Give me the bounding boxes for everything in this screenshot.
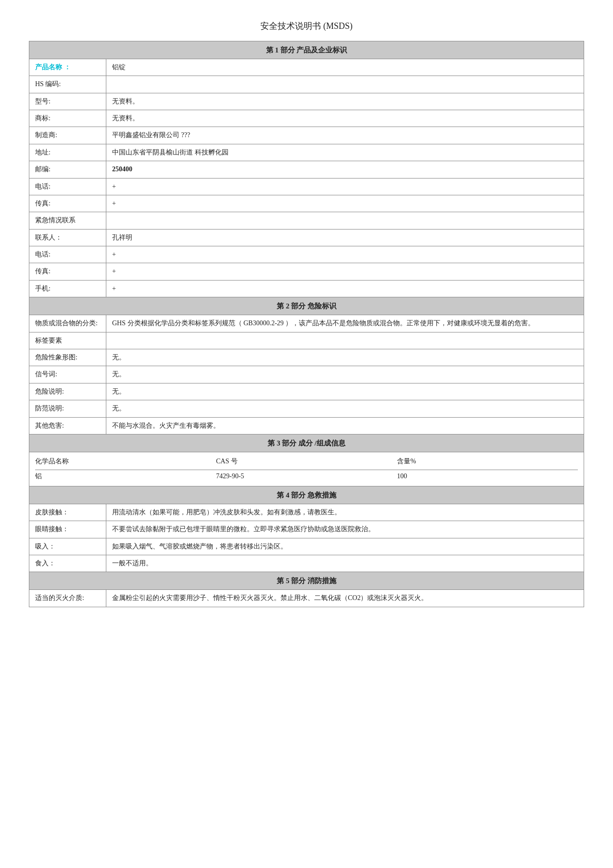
field-value: 无。 [106, 349, 584, 366]
table-row: 吸入： 如果吸入烟气、气溶胶或燃烧产物，将患者转移出污染区。 [29, 538, 584, 555]
components-sub-table: 化学品名称 CAS 号 含量% 铝 7429-90-5 100 [35, 455, 578, 483]
field-label: 电话: [29, 246, 106, 263]
field-value: 无。 [106, 366, 584, 383]
table-row: 物质或混合物的分类: GHS 分类根据化学品分类和标签系列规范（ GB30000… [29, 315, 584, 332]
table-row: 联系人： 孔祥明 [29, 229, 584, 246]
main-document-table: 第 1 部分 产品及企业标识 产品名称 ： 铝锭 HS 编码: 型号: 无资料。… [29, 41, 584, 607]
field-value: 无资料。 [106, 110, 584, 127]
table-row: 眼睛接触： 不要尝试去除黏附于或已包埋于眼睛里的微粒。立即寻求紧急医疗协助或急送… [29, 521, 584, 538]
field-label: 食入： [29, 555, 106, 572]
field-label: 吸入： [29, 538, 106, 555]
table-row: 邮编: 250400 [29, 161, 584, 178]
table-row: 适当的灭火介质: 金属粉尘引起的火灾需要用沙子、惰性干粉灭火器灭火。禁止用水、二… [29, 590, 584, 607]
table-row: 危险性象形图: 无。 [29, 349, 584, 366]
col-header-cas: CAS 号 [216, 455, 397, 470]
field-value: 无。 [106, 400, 584, 417]
section2-header-row: 第 2 部分 危险标识 [29, 297, 584, 315]
field-label: 适当的灭火介质: [29, 590, 106, 607]
field-value: + [106, 178, 584, 195]
field-label: 眼睛接触： [29, 521, 106, 538]
field-value: 金属粉尘引起的火灾需要用沙子、惰性干粉灭火器灭火。禁止用水、二氧化碳（CO2）或… [106, 590, 584, 607]
field-label: 电话: [29, 178, 106, 195]
field-label: 其他危害: [29, 417, 106, 434]
col-header-content: 含量% [397, 455, 578, 470]
field-value: 中国山东省平阴县榆山街道 科技孵化园 [106, 144, 584, 161]
table-row: 商标: 无资料。 [29, 110, 584, 127]
field-label: 传真: [29, 263, 106, 280]
table-row: 皮肤接触： 用流动清水（如果可能，用肥皂）冲洗皮肤和头发。如有刺激感，请教医生。 [29, 504, 584, 521]
field-label: 皮肤接触： [29, 504, 106, 521]
table-row: 传真: + [29, 263, 584, 280]
field-label: 邮编: [29, 161, 106, 178]
components-data-row: 铝 7429-90-5 100 [35, 470, 578, 483]
table-row: 手机: + [29, 280, 584, 297]
field-label: 防范说明: [29, 400, 106, 417]
section3-header: 第 3 部分 成分 /组成信息 [29, 434, 584, 452]
table-row: HS 编码: [29, 76, 584, 93]
field-value: + [106, 195, 584, 212]
table-row: 危险说明: 无。 [29, 383, 584, 400]
field-value: + [106, 263, 584, 280]
field-label: 物质或混合物的分类: [29, 315, 106, 332]
field-value: 如果吸入烟气、气溶胶或燃烧产物，将患者转移出污染区。 [106, 538, 584, 555]
field-value [106, 332, 584, 349]
field-value: + [106, 246, 584, 263]
table-row: 信号词: 无。 [29, 366, 584, 383]
table-row: 电话: + [29, 246, 584, 263]
field-label: 联系人： [29, 229, 106, 246]
component-content: 100 [397, 470, 578, 483]
field-label: 商标: [29, 110, 106, 127]
field-label: 产品名称 ： [29, 59, 106, 76]
section2-header: 第 2 部分 危险标识 [29, 297, 584, 315]
field-value: GHS 分类根据化学品分类和标签系列规范（ GB30000.2-29 ），该产品… [106, 315, 584, 332]
table-row: 标签要素 [29, 332, 584, 349]
col-header-name: 化学品名称 [35, 455, 216, 470]
field-label: 地址: [29, 144, 106, 161]
field-label: 信号词: [29, 366, 106, 383]
section4-header-row: 第 4 部分 急救措施 [29, 486, 584, 504]
field-label: HS 编码: [29, 76, 106, 93]
table-row: 其他危害: 不能与水混合。火灾产生有毒烟雾。 [29, 417, 584, 434]
section5-header-row: 第 5 部分 消防措施 [29, 572, 584, 590]
field-value: 一般不适用。 [106, 555, 584, 572]
field-label: 制造商: [29, 127, 106, 144]
table-row: 防范说明: 无。 [29, 400, 584, 417]
page-title: 安全技术说明书 (MSDS) [29, 19, 584, 33]
field-value: + [106, 280, 584, 297]
table-row: 传真: + [29, 195, 584, 212]
field-value: 不能与水混合。火灾产生有毒烟雾。 [106, 417, 584, 434]
table-row: 食入： 一般不适用。 [29, 555, 584, 572]
section4-header: 第 4 部分 急救措施 [29, 486, 584, 504]
components-col-header-row: 化学品名称 CAS 号 含量% 铝 7429-90-5 100 [29, 452, 584, 486]
field-value: 无资料。 [106, 93, 584, 110]
field-value: 平明鑫盛铝业有限公司 ??? [106, 127, 584, 144]
section5-header: 第 5 部分 消防措施 [29, 572, 584, 590]
field-label: 手机: [29, 280, 106, 297]
section1-header-row: 第 1 部分 产品及企业标识 [29, 41, 584, 59]
field-value: 无。 [106, 383, 584, 400]
field-label: 型号: [29, 93, 106, 110]
field-label: 危险说明: [29, 383, 106, 400]
table-row: 地址: 中国山东省平阴县榆山街道 科技孵化园 [29, 144, 584, 161]
product-name-label: 产品名称 ： [35, 64, 71, 71]
table-row: 电话: + [29, 178, 584, 195]
component-cas: 7429-90-5 [216, 470, 397, 483]
field-label: 紧急情况联系 [29, 212, 106, 229]
components-col-headers: 化学品名称 CAS 号 含量% 铝 7429-90-5 100 [29, 452, 584, 486]
component-name: 铝 [35, 470, 216, 483]
field-value [106, 212, 584, 229]
field-value: 铝锭 [106, 59, 584, 76]
field-label: 标签要素 [29, 332, 106, 349]
table-row: 紧急情况联系 [29, 212, 584, 229]
field-value [106, 76, 584, 93]
field-value: 用流动清水（如果可能，用肥皂）冲洗皮肤和头发。如有刺激感，请教医生。 [106, 504, 584, 521]
components-header-row: 化学品名称 CAS 号 含量% [35, 455, 578, 470]
field-label: 危险性象形图: [29, 349, 106, 366]
table-row: 型号: 无资料。 [29, 93, 584, 110]
table-row: 产品名称 ： 铝锭 [29, 59, 584, 76]
field-value: 孔祥明 [106, 229, 584, 246]
field-label: 传真: [29, 195, 106, 212]
field-value: 不要尝试去除黏附于或已包埋于眼睛里的微粒。立即寻求紧急医疗协助或急送医院救治。 [106, 521, 584, 538]
field-value bold-value: 250400 [106, 161, 584, 178]
section3-header-row: 第 3 部分 成分 /组成信息 [29, 434, 584, 452]
